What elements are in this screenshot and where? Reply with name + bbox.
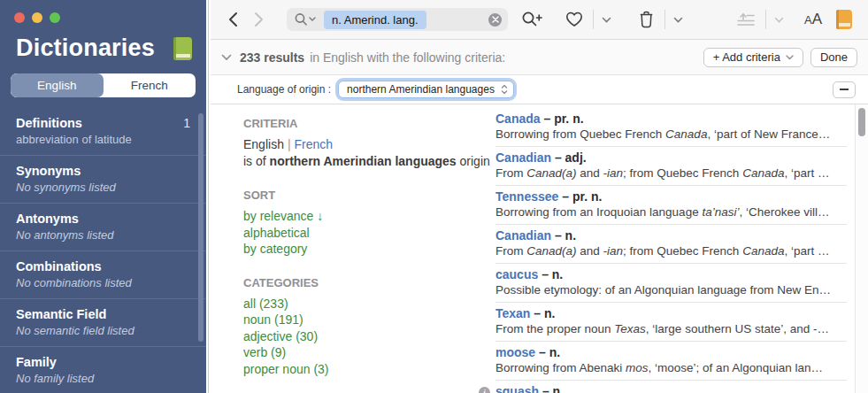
entry-word-link[interactable]: Tennessee bbox=[495, 189, 558, 204]
close-window-button[interactable] bbox=[14, 12, 25, 23]
sidebar-item[interactable]: Definitions 1 abbreviation of latitude bbox=[0, 108, 206, 156]
result-entry[interactable]: moose – n. Borrowing from Abenaki mos, ‘… bbox=[495, 342, 847, 381]
entry-etymology: Possible etymology: of an Algonquian lan… bbox=[495, 282, 847, 298]
sidebar-item[interactable]: Semantic Field No semantic field listed bbox=[0, 299, 206, 347]
tab-english[interactable]: English bbox=[11, 73, 104, 97]
entry-word-link[interactable]: Canada bbox=[495, 112, 541, 126]
forward-button[interactable] bbox=[246, 7, 271, 32]
search-token[interactable]: n. Amerind. lang. bbox=[324, 11, 426, 29]
sort-menu-button[interactable] bbox=[766, 17, 792, 23]
trash-split-button bbox=[628, 10, 691, 29]
favorites-button[interactable] bbox=[556, 10, 594, 29]
sidebar-item-subtitle: No family listed bbox=[16, 372, 192, 385]
language-alternate-link[interactable]: French bbox=[295, 137, 334, 151]
language-current[interactable]: English bbox=[243, 137, 284, 151]
entry-part-of-speech: – pr. n. bbox=[543, 112, 583, 126]
sort-option[interactable]: alphabetical bbox=[243, 225, 495, 242]
category-option[interactable]: proper noun (3) bbox=[243, 361, 495, 378]
toolbar: n. Amerind. lang. bbox=[211, 0, 868, 40]
entry-part-of-speech: – n. bbox=[534, 306, 555, 320]
sort-option[interactable]: by relevance ↓ bbox=[243, 208, 495, 225]
sort-order-button[interactable] bbox=[726, 10, 766, 29]
results-scrollbar-thumb[interactable] bbox=[858, 108, 865, 136]
criteria-section: CRITERIA English|French is of northern A… bbox=[243, 117, 495, 170]
tab-french[interactable]: French bbox=[104, 73, 196, 97]
entry-word-link[interactable]: Texan bbox=[495, 306, 530, 320]
sidebar-scrollbar[interactable] bbox=[198, 113, 204, 342]
criteria-section-header: CRITERIA bbox=[243, 117, 495, 130]
entry-word-link[interactable]: Canadian bbox=[495, 228, 551, 243]
result-entry[interactable]: Tennessee – pr. n. Borrowing from an Iro… bbox=[495, 186, 847, 225]
dictionary-app-window: Dictionaries English French Definitions … bbox=[0, 0, 868, 393]
entry-etymology: From Canad(a) and -ian; from Quebec Fren… bbox=[495, 243, 847, 259]
dictionary-book-button[interactable] bbox=[836, 7, 852, 32]
trash-button[interactable] bbox=[628, 10, 665, 29]
filters-panel: CRITERIA English|French is of northern A… bbox=[211, 104, 495, 393]
chevron-right-icon bbox=[251, 12, 265, 27]
trash-menu-button[interactable] bbox=[665, 17, 691, 23]
entry-word-link[interactable]: Canadian bbox=[495, 150, 551, 165]
info-icon: i bbox=[479, 387, 490, 393]
sidebar-item-subtitle: No synonyms listed bbox=[16, 181, 192, 194]
chevron-down-icon bbox=[673, 17, 683, 23]
search-input[interactable]: n. Amerind. lang. bbox=[287, 8, 508, 31]
sidebar-item[interactable]: Combinations No combinations listed bbox=[0, 251, 206, 299]
category-option[interactable]: noun (191) bbox=[243, 312, 495, 328]
sidebar-item[interactable]: Synonyms No synonyms listed bbox=[0, 156, 206, 204]
category-option[interactable]: verb (9) bbox=[243, 344, 495, 361]
clear-search-button[interactable] bbox=[488, 13, 502, 27]
entry-word-link[interactable]: squash bbox=[495, 384, 539, 393]
close-icon bbox=[492, 16, 499, 23]
done-button[interactable]: Done bbox=[810, 48, 857, 67]
result-entry[interactable]: Texan – n. From the proper noun Texas, ‘… bbox=[495, 303, 847, 342]
new-search-button[interactable] bbox=[517, 7, 547, 32]
entry-part-of-speech: – n. bbox=[542, 384, 564, 393]
criteria-label: Language of origin : bbox=[237, 83, 331, 96]
add-criteria-button[interactable]: + Add criteria bbox=[703, 48, 803, 67]
favorites-menu-button[interactable] bbox=[594, 17, 619, 23]
sidebar-item-title: Semantic Field bbox=[16, 307, 106, 321]
result-entry[interactable]: Canada – pr. n. Borrowing from Quebec Fr… bbox=[495, 108, 847, 147]
result-entry[interactable]: Canadian – n. From Canad(a) and -ian; fr… bbox=[495, 225, 847, 264]
entry-part-of-speech: – n. bbox=[542, 267, 563, 281]
sidebar-item[interactable]: Antonyms No antonyms listed bbox=[0, 204, 206, 251]
sidebar-item[interactable]: Family No family listed bbox=[0, 347, 206, 393]
entry-word-link[interactable]: moose bbox=[495, 345, 535, 359]
sort-list-icon bbox=[736, 12, 756, 27]
trash-icon bbox=[638, 11, 655, 28]
sort-option[interactable]: by category bbox=[243, 241, 495, 258]
green-book-icon bbox=[173, 37, 192, 60]
search-icon[interactable] bbox=[294, 12, 317, 27]
font-size-button[interactable]: AA bbox=[804, 11, 822, 28]
category-option[interactable]: all (233) bbox=[243, 296, 495, 312]
entry-etymology: Borrowing from Quebec French Canada, ‘pa… bbox=[495, 127, 847, 143]
results-scrollbar-track[interactable] bbox=[855, 104, 868, 393]
minimize-window-button[interactable] bbox=[32, 12, 42, 23]
entry-etymology: Borrowing from an Iroquoian language ta’… bbox=[495, 204, 847, 220]
back-button[interactable] bbox=[221, 7, 246, 32]
orange-book-icon bbox=[836, 10, 852, 29]
sidebar-item-title: Antonyms bbox=[16, 212, 79, 226]
sidebar-item-title: Combinations bbox=[16, 259, 102, 274]
heart-icon bbox=[565, 12, 583, 27]
sort-split-button bbox=[726, 10, 792, 29]
entry-part-of-speech: – n. bbox=[539, 345, 560, 359]
language-links: English|French bbox=[243, 136, 495, 153]
category-option[interactable]: adjective (30) bbox=[243, 328, 495, 345]
sidebar-item-title: Synonyms bbox=[16, 164, 81, 178]
origin-criteria-text: is of northern Amerindian languages orig… bbox=[243, 153, 495, 170]
result-entry[interactable]: caucus – n. Possible etymology: of an Al… bbox=[495, 264, 847, 303]
remove-criteria-button[interactable] bbox=[833, 81, 856, 98]
results-disclosure-button[interactable] bbox=[221, 54, 232, 61]
chevron-down-icon bbox=[221, 54, 232, 61]
entry-word-link[interactable]: caucus bbox=[495, 267, 538, 281]
result-entry[interactable]: Canadian – adj. From Canad(a) and -ian; … bbox=[495, 147, 847, 186]
chevron-down-icon bbox=[602, 17, 611, 23]
sort-section: SORT by relevance ↓alphabeticalby catego… bbox=[243, 189, 495, 258]
entry-etymology: From the proper noun Texas, ‘large south… bbox=[495, 321, 847, 337]
zoom-window-button[interactable] bbox=[50, 12, 60, 23]
language-of-origin-select[interactable]: northern Amerindian languages bbox=[338, 81, 514, 98]
result-entry[interactable]: isquash – n. bbox=[495, 381, 847, 393]
entry-part-of-speech: – pr. n. bbox=[562, 189, 602, 204]
window-controls bbox=[0, 0, 206, 23]
